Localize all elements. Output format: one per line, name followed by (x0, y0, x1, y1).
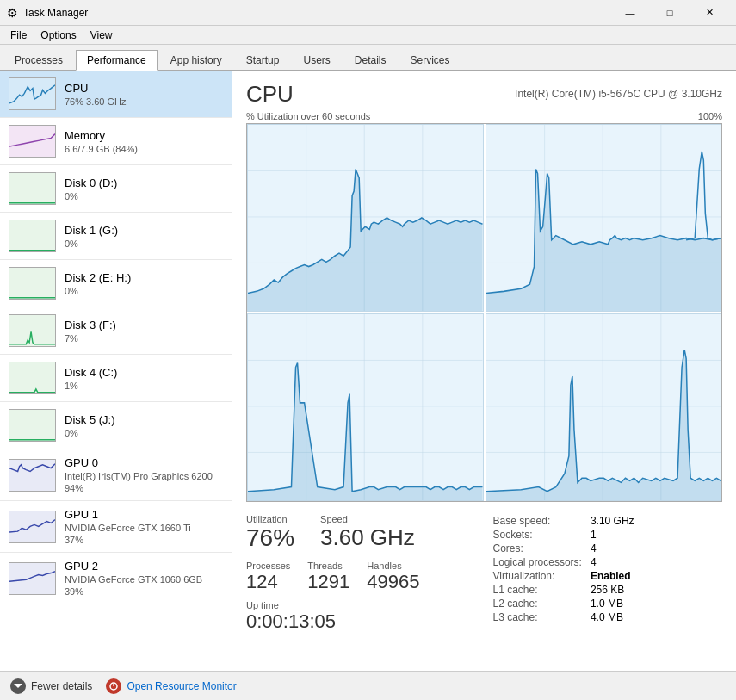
svg-rect-4 (9, 268, 55, 300)
gpu0-stat: Intel(R) Iris(TM) Pro Graphics 6200 (65, 471, 223, 481)
gpu1-usage: 37% (65, 535, 223, 545)
svg-rect-27 (248, 314, 483, 500)
process-thread-handle-row: Processes 124 Threads 1291 Handles 49965 (246, 561, 476, 593)
minimize-button[interactable]: — (610, 0, 650, 26)
processes-label: Processes (246, 561, 290, 571)
gpu2-stat: NVIDIA GeForce GTX 1060 6GB (65, 574, 223, 585)
sidebar-item-gpu2[interactable]: GPU 2 NVIDIA GeForce GTX 1060 6GB 39% (0, 553, 232, 604)
disk1-thumb (9, 220, 56, 252)
svg-rect-2 (9, 173, 55, 205)
sidebar-item-disk3[interactable]: Disk 3 (F:) 7% (0, 307, 232, 355)
utilization-speed-row: Utilization 76% Speed 3.60 GHz (246, 514, 476, 552)
memory-stat: 6.6/7.9 GB (84%) (65, 144, 223, 154)
gpu2-usage: 39% (65, 586, 223, 597)
cpu-model: Intel(R) Core(TM) i5-5675C CPU @ 3.10GHz (515, 88, 722, 100)
menu-file[interactable]: File (3, 28, 34, 43)
sidebar-item-cpu[interactable]: CPU 76% 3.60 GHz (0, 71, 232, 118)
chart-label: % Utilization over 60 seconds (246, 111, 370, 121)
virt-value: Enabled (591, 569, 634, 583)
l3-label: L3 cache: (493, 610, 591, 624)
sidebar-item-gpu1[interactable]: GPU 1 NVIDIA GeForce GTX 1660 Ti 37% (0, 501, 232, 553)
window-controls: — □ ✕ (610, 0, 729, 26)
chart-max: 100% (698, 111, 722, 121)
title-bar: ⚙ Task Manager — □ ✕ (0, 0, 736, 26)
menu-options[interactable]: Options (34, 28, 83, 43)
disk2-info: Disk 2 (E: H:) 0% (65, 271, 223, 296)
close-button[interactable]: ✕ (690, 0, 729, 26)
maximize-button[interactable]: □ (650, 0, 690, 26)
chart-label-row: % Utilization over 60 seconds 100% (246, 111, 722, 121)
cores-label: Cores: (493, 542, 591, 555)
svg-rect-3 (9, 220, 55, 252)
app-title: Task Manager (23, 7, 88, 19)
uptime-value: 0:00:13:05 (246, 610, 476, 633)
cpu-panel-title: CPU (246, 81, 294, 108)
stats-left: Utilization 76% Speed 3.60 GHz Processes… (246, 514, 476, 633)
svg-rect-6 (9, 362, 55, 394)
tab-app-history[interactable]: App history (159, 50, 233, 70)
svg-marker-43 (14, 684, 22, 688)
disk2-name: Disk 2 (E: H:) (65, 271, 223, 284)
utilization-label: Utilization (246, 514, 294, 524)
utilization-block: Utilization 76% (246, 514, 294, 552)
monitor-icon (106, 678, 121, 694)
spec-row-basespeed: Base speed: 3.10 GHz (493, 514, 634, 528)
gpu1-name: GPU 1 (65, 508, 223, 521)
tab-users[interactable]: Users (292, 50, 341, 70)
fewer-details-label: Fewer details (31, 680, 92, 692)
sidebar-item-disk1[interactable]: Disk 1 (G:) 0% (0, 213, 232, 260)
spec-row-cores: Cores: 4 (493, 542, 634, 555)
charts-grid (246, 123, 722, 502)
l2-value: 1.0 MB (591, 597, 634, 610)
disk4-name: Disk 4 (C:) (65, 366, 223, 379)
memory-info: Memory 6.6/7.9 GB (84%) (65, 129, 223, 154)
sidebar-item-disk0[interactable]: Disk 0 (D:) 0% (0, 165, 232, 213)
sockets-value: 1 (591, 528, 634, 542)
svg-rect-8 (9, 460, 55, 492)
sidebar-item-gpu0[interactable]: GPU 0 Intel(R) Iris(TM) Pro Graphics 620… (0, 449, 232, 501)
sidebar-item-disk2[interactable]: Disk 2 (E: H:) 0% (0, 260, 232, 307)
memory-name: Memory (65, 129, 223, 142)
fewer-details-button[interactable]: Fewer details (10, 678, 92, 694)
gpu0-thumb (9, 459, 56, 492)
sidebar-item-disk4[interactable]: Disk 4 (C:) 1% (0, 355, 232, 402)
basespeed-value: 3.10 GHz (591, 514, 634, 528)
sidebar-item-disk5[interactable]: Disk 5 (J:) 0% (0, 402, 232, 449)
speed-block: Speed 3.60 GHz (320, 514, 415, 552)
open-resource-monitor-button[interactable]: Open Resource Monitor (106, 678, 236, 694)
tab-details[interactable]: Details (343, 50, 398, 70)
disk3-name: Disk 3 (F:) (65, 319, 223, 331)
tab-processes[interactable]: Processes (3, 50, 74, 70)
speed-value: 3.60 GHz (320, 524, 415, 551)
handles-block: Handles 49965 (367, 561, 419, 593)
processes-value: 124 (246, 571, 290, 593)
disk1-info: Disk 1 (G:) 0% (65, 224, 223, 249)
utilization-value: 76% (246, 524, 294, 552)
gpu0-usage: 94% (65, 483, 223, 493)
gpu0-name: GPU 0 (65, 456, 223, 469)
stats-section: Utilization 76% Speed 3.60 GHz Processes… (246, 514, 722, 633)
svg-rect-7 (9, 410, 55, 442)
cpu-header: CPU Intel(R) Core(TM) i5-5675C CPU @ 3.1… (246, 81, 722, 108)
chart-bottom-right (486, 313, 722, 501)
tab-startup[interactable]: Startup (235, 50, 291, 70)
disk5-thumb (9, 409, 56, 442)
sidebar-item-memory[interactable]: Memory 6.6/7.9 GB (84%) (0, 118, 232, 165)
spec-row-virtualization: Virtualization: Enabled (493, 569, 634, 583)
right-panel: CPU Intel(R) Core(TM) i5-5675C CPU @ 3.1… (232, 71, 736, 671)
svg-rect-9 (9, 511, 55, 543)
bottom-bar: Fewer details Open Resource Monitor (0, 671, 736, 700)
disk5-stat: 0% (65, 428, 223, 438)
spec-row-l3: L3 cache: 4.0 MB (493, 610, 634, 624)
menu-view[interactable]: View (83, 28, 120, 43)
threads-value: 1291 (307, 571, 349, 593)
tab-performance[interactable]: Performance (76, 50, 158, 71)
disk3-info: Disk 3 (F:) 7% (65, 319, 223, 344)
cpu-thumb (9, 77, 56, 110)
specs-section: Base speed: 3.10 GHz Sockets: 1 Cores: 4… (493, 514, 723, 633)
tab-services[interactable]: Services (399, 50, 461, 70)
fewer-details-icon (10, 678, 26, 694)
chart-top-right (486, 124, 722, 312)
svg-rect-10 (9, 563, 55, 595)
gpu1-info: GPU 1 NVIDIA GeForce GTX 1660 Ti 37% (65, 508, 223, 545)
